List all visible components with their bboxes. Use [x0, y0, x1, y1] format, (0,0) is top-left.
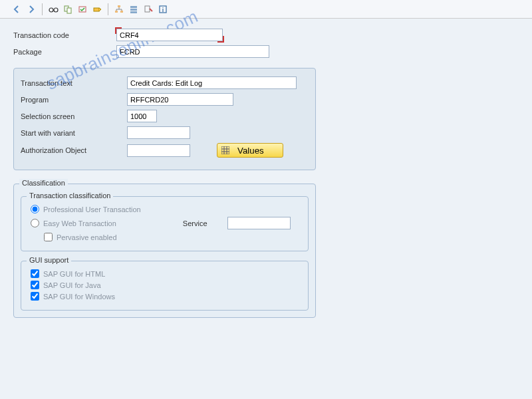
hierarchy-icon[interactable] — [112, 3, 126, 16]
radio-easyweb-row: Easy Web Transaction — [28, 219, 116, 227]
tx-classification-title: Transaction classification — [27, 192, 113, 200]
gui-win-label: SAP GUI for Windows — [43, 293, 115, 301]
row-package: Package — [13, 45, 519, 58]
radio-easyweb[interactable] — [31, 219, 39, 227]
svg-text:i: i — [162, 7, 164, 13]
radio-easyweb-label: Easy Web Transaction — [43, 219, 116, 227]
gui-java-checkbox[interactable] — [31, 281, 39, 289]
tx-text-input[interactable] — [127, 76, 297, 89]
radio-professional-row: Professional User Transaction — [28, 205, 301, 213]
info-icon[interactable]: i — [156, 3, 170, 16]
forward-icon[interactable] — [25, 3, 38, 16]
radio-professional[interactable] — [31, 205, 39, 213]
gui-java-row: SAP GUI for Java — [28, 281, 301, 289]
classification-fieldset: Classification Transaction classificatio… — [13, 184, 316, 318]
back-icon[interactable] — [10, 3, 23, 16]
pervasive-label: Pervasive enabled — [57, 233, 117, 241]
transport-icon[interactable] — [90, 3, 104, 16]
gui-support-title: GUI support — [27, 256, 71, 264]
svg-rect-6 — [94, 8, 99, 11]
radio-professional-label: Professional User Transaction — [43, 205, 141, 213]
svg-rect-10 — [130, 6, 137, 8]
selscreen-label: Selection screen — [21, 112, 127, 120]
package-input[interactable] — [116, 45, 269, 58]
tcode-label: Transaction code — [13, 31, 116, 39]
gui-support-fieldset: GUI support SAP GUI for HTML SAP GUI for… — [21, 261, 309, 311]
values-button-label: Values — [237, 146, 264, 156]
svg-point-1 — [54, 8, 58, 12]
gui-html-label: SAP GUI for HTML — [43, 270, 105, 278]
svg-rect-8 — [115, 11, 118, 13]
svg-rect-12 — [130, 11, 137, 13]
row-tcode: Transaction code — [13, 29, 519, 41]
program-input[interactable] — [127, 93, 233, 106]
copy-icon[interactable] — [61, 3, 74, 16]
selscreen-input[interactable] — [127, 110, 157, 122]
tcode-input[interactable] — [116, 29, 223, 41]
svg-rect-13 — [145, 6, 150, 12]
pervasive-checkbox[interactable] — [44, 233, 53, 241]
svg-rect-7 — [118, 5, 120, 7]
gui-java-label: SAP GUI for Java — [43, 281, 101, 289]
gui-html-checkbox[interactable] — [31, 269, 39, 278]
package-label: Package — [13, 48, 116, 56]
stack-icon[interactable] — [127, 3, 140, 16]
authobj-input[interactable] — [127, 144, 190, 157]
toolbar: i — [0, 0, 532, 19]
svg-rect-4 — [67, 8, 71, 13]
details-panel: Transaction text Program Selection scree… — [13, 68, 316, 170]
test-icon[interactable] — [142, 3, 155, 16]
svg-rect-16 — [221, 146, 229, 154]
variant-label: Start with variant — [21, 129, 127, 137]
tx-classification-fieldset: Transaction classification Professional … — [21, 196, 309, 251]
separator — [108, 3, 108, 15]
activate-icon[interactable] — [76, 3, 89, 16]
svg-point-0 — [49, 8, 53, 12]
svg-rect-11 — [130, 9, 137, 11]
grid-icon — [221, 146, 229, 154]
gui-win-checkbox[interactable] — [31, 292, 39, 301]
variant-input[interactable] — [127, 126, 190, 139]
gui-win-row: SAP GUI for Windows — [28, 292, 301, 301]
values-button[interactable]: Values — [217, 143, 283, 158]
main-area: sapbrainsonline.com Transaction code Pac… — [0, 19, 532, 328]
svg-rect-9 — [120, 11, 123, 13]
program-label: Program — [21, 96, 127, 104]
separator — [42, 3, 43, 15]
authobj-label: Authorization Object — [21, 146, 127, 154]
gui-html-row: SAP GUI for HTML — [28, 269, 301, 278]
tx-text-label: Transaction text — [21, 79, 127, 87]
classification-title: Classification — [19, 179, 68, 187]
service-label: Service — [183, 219, 207, 227]
pervasive-row: Pervasive enabled — [41, 233, 301, 241]
glasses-icon[interactable] — [47, 3, 60, 16]
service-input[interactable] — [227, 217, 291, 229]
